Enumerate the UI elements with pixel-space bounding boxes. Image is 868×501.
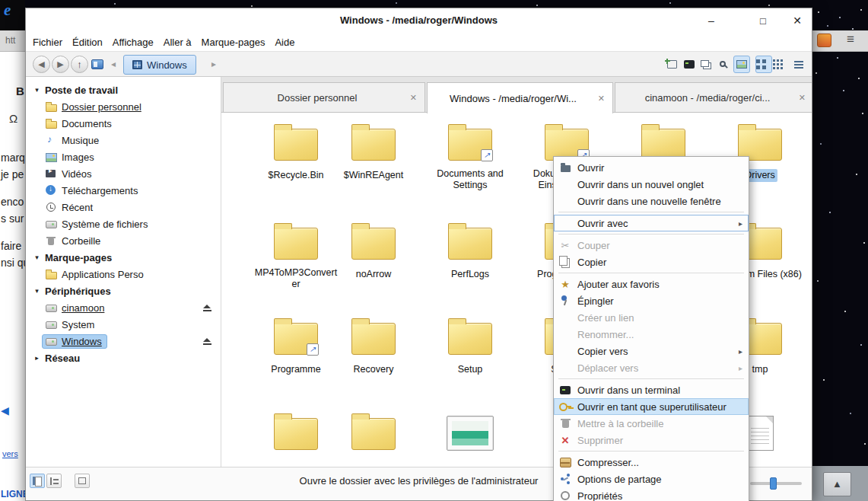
tab[interactable]: Dossier personnel ✕ bbox=[223, 82, 425, 113]
path-button[interactable]: Windows bbox=[123, 55, 196, 75]
forward-button[interactable]: ▶ bbox=[52, 56, 69, 73]
sidebar-row[interactable]: ▾ Poste de travail bbox=[26, 81, 221, 98]
folder-icon bbox=[45, 101, 57, 112]
context-menu-item[interactable]: Ajouter aux favoris ▸ bbox=[554, 276, 749, 292]
file-item[interactable]: Documents and Settings bbox=[424, 119, 516, 192]
titlebar[interactable]: Windows - /media/roger/Windows – □ ✕ bbox=[26, 8, 812, 34]
file-item[interactable] bbox=[328, 408, 419, 467]
context-menu-item[interactable]: Ouvrir ▸ bbox=[554, 159, 749, 176]
context-menu-item[interactable]: Ouvrir dans un terminal ▸ bbox=[554, 381, 749, 398]
page-link[interactable]: vers bbox=[2, 449, 18, 458]
sidebar-row[interactable]: Musique bbox=[26, 132, 221, 148]
eject-icon[interactable] bbox=[203, 305, 211, 311]
sidebar-row[interactable]: cinamoon bbox=[26, 299, 221, 316]
context-menu-item[interactable]: Ouvrir avec ▸ bbox=[554, 215, 749, 231]
toolbar-button[interactable] bbox=[698, 56, 715, 73]
open-folder-icon bbox=[558, 161, 572, 174]
toolbar-button[interactable] bbox=[755, 56, 772, 73]
file-label: Setup bbox=[456, 363, 485, 376]
pathbar-scroll-right-icon[interactable]: ▸ bbox=[211, 59, 216, 69]
terminal-icon bbox=[684, 60, 695, 69]
sidebar-row[interactable]: Applications Perso bbox=[26, 266, 221, 282]
file-item[interactable]: Recovery bbox=[328, 313, 419, 376]
browser-addon-icon[interactable] bbox=[817, 34, 831, 47]
sidebar-row[interactable]: System bbox=[26, 316, 221, 333]
context-menu-item[interactable]: Compresser... ▸ bbox=[554, 454, 749, 471]
sidebar-row[interactable]: Windows bbox=[26, 333, 221, 349]
maximize-button[interactable]: □ bbox=[754, 12, 772, 30]
sidebar-row-label: Dossier personnel bbox=[62, 101, 141, 113]
close-button[interactable]: ✕ bbox=[788, 12, 806, 30]
tab[interactable]: cinamoon - /media/roger/ci... ✕ bbox=[615, 82, 812, 113]
sidebar-row[interactable]: ▾ Marque-pages bbox=[26, 249, 221, 266]
file-item[interactable]: noArrow bbox=[328, 218, 419, 281]
context-menu-item[interactable]: Épingler ▸ bbox=[554, 292, 749, 309]
file-item[interactable]: $WinREAgent bbox=[328, 119, 419, 182]
sidebar-row[interactable]: Dossier personnel bbox=[26, 98, 221, 115]
sidebar-row[interactable]: ▾ Périphériques bbox=[26, 282, 221, 299]
scroll-up-button[interactable]: ▲ bbox=[823, 472, 851, 496]
back-button[interactable]: ◀ bbox=[33, 56, 50, 73]
toolbar-button[interactable] bbox=[716, 56, 733, 73]
context-menu-item[interactable]: Copier vers ▸ bbox=[554, 343, 749, 359]
eject-icon[interactable] bbox=[203, 338, 211, 345]
sidebar-row[interactable]: Corbeille bbox=[26, 232, 221, 249]
toolbar-button[interactable] bbox=[790, 56, 807, 73]
context-menu-item[interactable]: Renommer... ▸ bbox=[554, 326, 749, 343]
expander-arrow-icon[interactable]: ▾ bbox=[32, 287, 42, 295]
video-icon bbox=[45, 168, 57, 179]
editor-bold-button[interactable]: B bbox=[16, 85, 24, 97]
sidebar-row[interactable]: Récent bbox=[26, 199, 221, 215]
expander-arrow-icon[interactable]: ▾ bbox=[32, 86, 42, 94]
toolbar-button[interactable] bbox=[663, 56, 680, 73]
zoom-slider[interactable] bbox=[750, 482, 802, 485]
toolbar-button[interactable] bbox=[773, 56, 790, 73]
sidebar-row[interactable]: Téléchargements bbox=[26, 182, 221, 199]
expander-arrow-icon[interactable]: ▸ bbox=[32, 354, 42, 362]
context-menu-item[interactable]: Ouvrir en tant que superutilisateur ▸ bbox=[554, 398, 749, 415]
context-menu-item[interactable]: Supprimer ▸ bbox=[554, 432, 749, 448]
context-menu-item[interactable]: Ouvrir dans un nouvel onglet ▸ bbox=[554, 176, 749, 193]
tab-close-icon[interactable]: ✕ bbox=[598, 94, 605, 104]
sidebar-row[interactable]: ▸ Réseau bbox=[26, 349, 221, 366]
sidebar-row[interactable]: Vidéos bbox=[26, 165, 221, 182]
tab-close-icon[interactable]: ✕ bbox=[799, 93, 806, 103]
minimize-button[interactable]: – bbox=[702, 12, 720, 30]
bookmark-icon[interactable] bbox=[91, 59, 103, 69]
context-menu-item[interactable]: Propriétés ▸ bbox=[554, 487, 749, 501]
menu-separator: ▸ bbox=[554, 231, 749, 237]
tab-close-icon[interactable]: ✕ bbox=[410, 93, 417, 103]
sidebar-row[interactable]: Documents bbox=[26, 115, 221, 132]
file-item[interactable]: Setup bbox=[424, 313, 516, 376]
menubar-item[interactable]: Édition bbox=[71, 35, 104, 49]
editor-omega-button[interactable]: Ω bbox=[9, 112, 17, 125]
tab[interactable]: Windows - /media/roger/Wi... ✕ bbox=[427, 82, 613, 113]
menubar-item[interactable]: Marque-pages bbox=[200, 35, 267, 49]
context-menu-item[interactable]: Ouvrir dans une nouvelle fenêtre ▸ bbox=[554, 193, 749, 209]
menubar-item[interactable]: Aide bbox=[273, 35, 296, 49]
back-arrow-icon[interactable]: ◀ bbox=[1, 404, 9, 416]
context-menu-item[interactable]: Mettre à la corbeille ▸ bbox=[554, 415, 749, 432]
file-item[interactable]: PerfLogs bbox=[424, 218, 516, 281]
sidebar-row[interactable]: Images bbox=[26, 148, 221, 165]
context-menu-item[interactable]: Copier ▸ bbox=[554, 254, 749, 270]
file-label: Programme bbox=[269, 363, 323, 376]
menu-item-label: Supprimer bbox=[577, 435, 742, 446]
context-menu-item[interactable]: Créer un lien ▸ bbox=[554, 309, 749, 326]
expander-arrow-icon[interactable]: ▾ bbox=[32, 254, 42, 261]
sidebar-row[interactable]: Système de fichiers bbox=[26, 215, 221, 232]
page-text-fragment: je pe bbox=[1, 168, 24, 180]
menubar-item[interactable]: Fichier bbox=[31, 35, 64, 49]
up-button[interactable]: ↑ bbox=[71, 56, 88, 73]
context-menu-item[interactable]: Déplacer vers ▸ bbox=[554, 359, 749, 376]
context-menu-item[interactable]: Couper ▸ bbox=[554, 237, 749, 254]
toolbar-button[interactable] bbox=[733, 56, 750, 73]
menubar-item[interactable]: Affichage bbox=[111, 35, 155, 49]
pathbar-scroll-left-icon[interactable]: ◂ bbox=[111, 59, 116, 69]
toolbar-button[interactable] bbox=[681, 56, 698, 73]
zoom-slider-handle[interactable] bbox=[770, 477, 777, 490]
context-menu-item[interactable]: Options de partage ▸ bbox=[554, 471, 749, 487]
file-item[interactable] bbox=[424, 408, 516, 467]
hamburger-menu-icon[interactable]: ≡ bbox=[847, 32, 854, 47]
menubar-item[interactable]: Aller à bbox=[162, 35, 193, 49]
